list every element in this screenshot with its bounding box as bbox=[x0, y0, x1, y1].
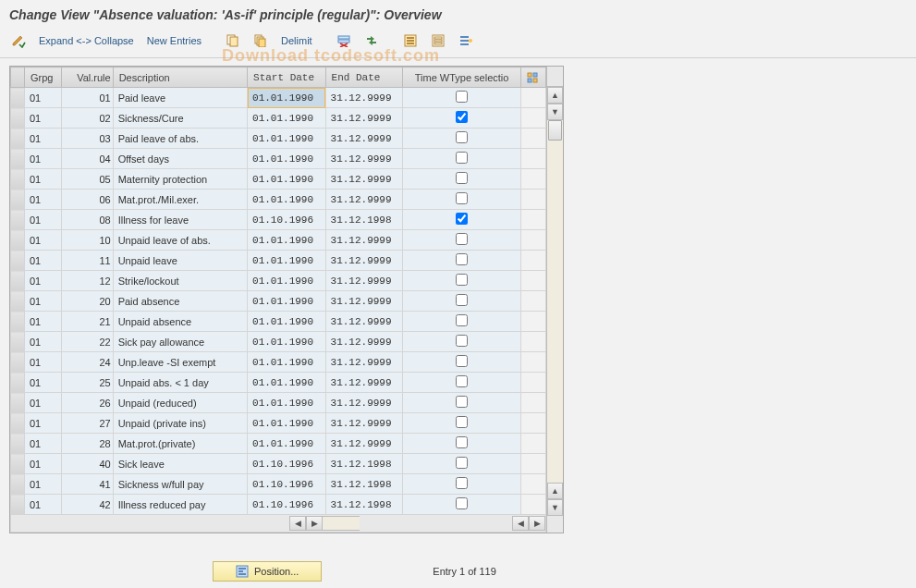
row-selector[interactable] bbox=[11, 210, 25, 230]
cell-start-date[interactable]: 01.01.1990 bbox=[248, 108, 325, 129]
vscroll-thumb[interactable] bbox=[548, 120, 562, 141]
cell-grpg[interactable]: 01 bbox=[24, 169, 61, 190]
row-selector[interactable] bbox=[11, 230, 25, 251]
cell-end-date[interactable]: 31.12.9999 bbox=[325, 190, 402, 210]
vscroll-up-btn[interactable]: ▲ bbox=[547, 87, 563, 104]
row-selector[interactable] bbox=[11, 291, 25, 312]
exec-btn[interactable] bbox=[7, 31, 30, 50]
cell-start-date[interactable]: 01.01.1990 bbox=[248, 129, 325, 149]
cell-description[interactable]: Illness reduced pay bbox=[113, 495, 247, 515]
cell-end-date[interactable]: 31.12.9999 bbox=[325, 230, 402, 251]
cell-start-date[interactable]: 01.10.1996 bbox=[248, 474, 325, 495]
cell-grpg[interactable]: 01 bbox=[24, 332, 61, 352]
cell-grpg[interactable]: 01 bbox=[24, 271, 61, 291]
col-header-check[interactable]: Time WType selectio bbox=[402, 67, 520, 88]
cell-grpg[interactable]: 01 bbox=[24, 495, 61, 515]
cell-valrule[interactable]: 11 bbox=[62, 251, 114, 271]
cell-end-date[interactable]: 31.12.9999 bbox=[325, 352, 402, 373]
position-button[interactable]: Position... bbox=[213, 561, 322, 582]
cell-start-date[interactable]: 01.10.1996 bbox=[248, 454, 325, 474]
cell-end-date[interactable]: 31.12.9999 bbox=[325, 373, 402, 393]
cell-description[interactable]: Sick pay allowance bbox=[113, 332, 247, 352]
cell-valrule[interactable]: 12 bbox=[62, 271, 114, 291]
cell-valrule[interactable]: 02 bbox=[62, 108, 114, 129]
vscroll-track[interactable] bbox=[547, 120, 563, 483]
cell-grpg[interactable]: 01 bbox=[24, 88, 61, 108]
row-selector[interactable] bbox=[11, 332, 25, 352]
cell-end-date[interactable]: 31.12.1998 bbox=[325, 474, 402, 495]
deselect-all-btn[interactable] bbox=[427, 31, 449, 50]
expand-collapse-btn[interactable]: Expand <-> Collapse bbox=[35, 33, 138, 48]
col-header-end[interactable]: End Date bbox=[325, 67, 402, 88]
cell-valrule[interactable]: 05 bbox=[62, 169, 114, 190]
cell-grpg[interactable]: 01 bbox=[24, 251, 61, 271]
row-selector[interactable] bbox=[11, 149, 25, 169]
wtype-selection-checkbox[interactable] bbox=[456, 497, 468, 509]
cell-grpg[interactable]: 01 bbox=[24, 129, 61, 149]
cell-start-date[interactable]: 01.01.1990 bbox=[248, 291, 325, 312]
cell-end-date[interactable]: 31.12.9999 bbox=[325, 129, 402, 149]
row-selector[interactable] bbox=[11, 88, 25, 108]
cell-grpg[interactable]: 01 bbox=[24, 352, 61, 373]
cell-description[interactable]: Unp.leave -SI exempt bbox=[113, 352, 247, 373]
cell-start-date[interactable]: 01.01.1990 bbox=[248, 332, 325, 352]
cell-start-date[interactable]: 01.10.1996 bbox=[248, 210, 325, 230]
cell-grpg[interactable]: 01 bbox=[24, 474, 61, 495]
cell-valrule[interactable]: 06 bbox=[62, 190, 114, 210]
cell-valrule[interactable]: 28 bbox=[62, 434, 114, 454]
wtype-selection-checkbox[interactable] bbox=[456, 91, 468, 103]
hscroll-left-btn-1[interactable]: ◀ bbox=[289, 516, 306, 531]
cell-start-date[interactable]: 01.01.1990 bbox=[248, 434, 325, 454]
hscroll-track-1[interactable] bbox=[323, 516, 360, 531]
row-selector[interactable] bbox=[11, 251, 25, 271]
row-selector[interactable] bbox=[11, 373, 25, 393]
new-entries-btn[interactable]: New Entries bbox=[143, 33, 205, 48]
cell-valrule[interactable]: 27 bbox=[62, 413, 114, 434]
cell-description[interactable]: Unpaid leave bbox=[113, 251, 247, 271]
wtype-selection-checkbox[interactable] bbox=[456, 457, 468, 469]
wtype-selection-checkbox[interactable] bbox=[456, 294, 468, 306]
wtype-selection-checkbox[interactable] bbox=[456, 192, 468, 204]
row-selector[interactable] bbox=[11, 312, 25, 332]
wtype-selection-checkbox[interactable] bbox=[456, 314, 468, 326]
row-selector[interactable] bbox=[11, 474, 25, 495]
cell-start-date[interactable]: 01.01.1990 bbox=[248, 393, 325, 413]
delete-btn[interactable] bbox=[333, 31, 355, 50]
cell-start-date[interactable]: 01.01.1990 bbox=[248, 88, 325, 108]
cell-grpg[interactable]: 01 bbox=[24, 454, 61, 474]
hscroll-right-btn-2[interactable]: ▶ bbox=[529, 516, 545, 531]
cell-description[interactable]: Mat.prot./Mil.exer. bbox=[113, 190, 247, 210]
cell-grpg[interactable]: 01 bbox=[24, 190, 61, 210]
row-selector-header[interactable] bbox=[11, 67, 25, 88]
cell-grpg[interactable]: 01 bbox=[24, 230, 61, 251]
cell-start-date[interactable]: 01.01.1990 bbox=[248, 190, 325, 210]
cell-grpg[interactable]: 01 bbox=[24, 312, 61, 332]
cell-valrule[interactable]: 41 bbox=[62, 474, 114, 495]
cell-start-date[interactable]: 01.01.1990 bbox=[248, 413, 325, 434]
cell-end-date[interactable]: 31.12.9999 bbox=[325, 251, 402, 271]
cell-description[interactable]: Paid leave of abs. bbox=[113, 129, 247, 149]
cell-description[interactable]: Unpaid leave of abs. bbox=[113, 230, 247, 251]
select-all-btn[interactable] bbox=[399, 31, 421, 50]
cell-end-date[interactable]: 31.12.9999 bbox=[325, 413, 402, 434]
cell-valrule[interactable]: 25 bbox=[62, 373, 114, 393]
row-selector[interactable] bbox=[11, 129, 25, 149]
row-selector[interactable] bbox=[11, 454, 25, 474]
cell-grpg[interactable]: 01 bbox=[24, 393, 61, 413]
wtype-selection-checkbox[interactable] bbox=[456, 396, 468, 408]
cell-valrule[interactable]: 03 bbox=[62, 129, 114, 149]
col-header-grpg[interactable]: Grpg bbox=[24, 67, 61, 88]
cell-description[interactable]: Paid absence bbox=[113, 291, 247, 312]
cell-end-date[interactable]: 31.12.9999 bbox=[325, 88, 402, 108]
cell-description[interactable]: Mat.prot.(private) bbox=[113, 434, 247, 454]
wtype-selection-checkbox[interactable] bbox=[456, 436, 468, 448]
cell-grpg[interactable]: 01 bbox=[24, 108, 61, 129]
cell-end-date[interactable]: 31.12.9999 bbox=[325, 108, 402, 129]
cell-start-date[interactable]: 01.01.1990 bbox=[248, 312, 325, 332]
wtype-selection-checkbox[interactable] bbox=[456, 131, 468, 143]
cell-valrule[interactable]: 42 bbox=[62, 495, 114, 515]
cell-end-date[interactable]: 31.12.1998 bbox=[325, 210, 402, 230]
table-settings-btn[interactable] bbox=[521, 67, 546, 88]
cell-grpg[interactable]: 01 bbox=[24, 434, 61, 454]
copy-all-btn[interactable] bbox=[250, 31, 272, 50]
